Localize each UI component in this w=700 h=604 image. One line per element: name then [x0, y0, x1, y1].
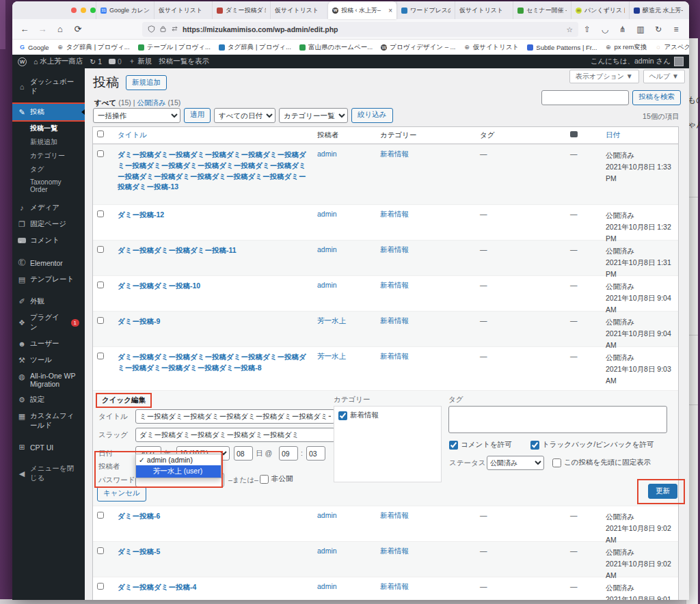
- submenu-item-tags[interactable]: タグ: [12, 163, 85, 176]
- minimize-window-button[interactable]: [81, 8, 86, 13]
- browser-tab[interactable]: 醸造元 水上芳–: [629, 1, 687, 19]
- private-checkbox[interactable]: [260, 475, 269, 484]
- address-bar[interactable]: https://mizukamimiso.com/wp-admin/edit.p…: [142, 22, 578, 37]
- help-button[interactable]: ヘルプ ▼: [643, 70, 685, 83]
- screen-options-button[interactable]: 表示オプション ▼: [569, 70, 639, 83]
- active-browser-tab[interactable]: W投稿 ‹ 水上芳–×: [328, 1, 396, 19]
- browser-tab[interactable]: 仮サイトリスト: [270, 1, 328, 19]
- comments-menu[interactable]: 0: [109, 57, 122, 66]
- post-category-link[interactable]: 新着情報: [380, 511, 409, 519]
- submenu-item-taxonomy-order[interactable]: Taxonomy Order: [12, 176, 85, 195]
- submenu-item-add-new[interactable]: 新規追加: [12, 135, 85, 149]
- collapse-menu-button[interactable]: ◀メニューを閉じる: [12, 461, 85, 486]
- updates-menu[interactable]: ↻1: [90, 57, 102, 66]
- browser-tab[interactable]: セミナー開催 –: [513, 1, 571, 19]
- post-category-link[interactable]: 新着情報: [380, 281, 409, 289]
- sidebar-item-settings[interactable]: ⚙設定: [12, 392, 85, 408]
- bookmark-star-icon[interactable]: ☆: [567, 25, 573, 33]
- post-title-link[interactable]: ダミー投稿-6: [118, 511, 309, 522]
- post-title-link[interactable]: ダミー投稿ダミー投稿ダミー投稿ダミー投稿ダミー投稿ダミー投稿ダミー投稿ダミー投稿…: [118, 150, 309, 193]
- library-icon[interactable]: ⋔: [618, 25, 628, 34]
- search-input[interactable]: [541, 90, 629, 105]
- column-title[interactable]: タイトル: [113, 127, 313, 143]
- post-category-link[interactable]: 新着情報: [380, 352, 409, 360]
- sidebar-item-templates[interactable]: ▤テンプレート: [12, 271, 85, 288]
- post-author-link[interactable]: 芳一水上: [317, 352, 346, 360]
- new-tab-button[interactable]: +: [687, 1, 689, 19]
- sidebar-item-cpt-ui[interactable]: ⊞CPT UI: [12, 439, 85, 455]
- select-all-checkbox[interactable]: [97, 131, 104, 137]
- permissions-icon[interactable]: [171, 25, 178, 33]
- post-title-link[interactable]: ダミー投稿ダミー投稿ダミー投稿-11: [118, 245, 309, 256]
- filter-button[interactable]: 絞り込み: [351, 108, 393, 123]
- sidebar-item-elementor[interactable]: ⒺElementor: [12, 254, 85, 271]
- save-to-pocket-icon[interactable]: ⇧: [582, 25, 592, 34]
- view-all-link[interactable]: すべて: [94, 98, 116, 107]
- lock-icon[interactable]: [159, 25, 167, 33]
- post-category-link[interactable]: 新着情報: [380, 316, 409, 325]
- post-title-link[interactable]: ダミー投稿-9: [118, 316, 309, 327]
- bookmark-item[interactable]: Wプロヴィデザイン – ...: [381, 43, 455, 52]
- bulk-actions-select[interactable]: 一括操作: [93, 108, 180, 123]
- sidebar-item-tools[interactable]: ⚒ツール: [12, 352, 85, 368]
- add-new-button[interactable]: 新規追加: [126, 75, 167, 90]
- cancel-button[interactable]: キャンセル: [97, 486, 146, 502]
- post-category-link[interactable]: 新着情報: [380, 150, 409, 158]
- post-category-link[interactable]: 新着情報: [380, 245, 409, 253]
- row-checkbox[interactable]: [97, 282, 104, 288]
- submenu-item-categories[interactable]: カテゴリー: [12, 149, 85, 163]
- post-title-link[interactable]: ダミー投稿-12: [118, 210, 309, 221]
- view-published-link[interactable]: 公開済み: [137, 98, 165, 107]
- slug-input[interactable]: [135, 428, 335, 442]
- tags-textarea[interactable]: [448, 406, 667, 433]
- status-select[interactable]: 公開済み: [487, 456, 544, 470]
- forward-button[interactable]: →: [36, 24, 49, 34]
- bookmark-item[interactable]: テーブル | プロヴィ...: [138, 43, 211, 52]
- submenu-item-all-posts[interactable]: 投稿一覧: [12, 122, 85, 135]
- zoom-window-button[interactable]: [90, 8, 96, 13]
- sidebar-item-users[interactable]: ☻ユーザー: [12, 335, 85, 352]
- post-title-link[interactable]: ダミー投稿-5: [118, 547, 309, 558]
- bookmark-item[interactable]: ⊕px rem変換: [605, 43, 647, 52]
- title-input[interactable]: [135, 409, 335, 424]
- post-author-link[interactable]: admin: [317, 281, 337, 289]
- back-button[interactable]: ←: [18, 24, 31, 34]
- sidebar-item-posts[interactable]: ✎投稿: [12, 104, 85, 120]
- post-author-link[interactable]: 芳一水上: [317, 316, 346, 325]
- sidebar-item-dashboard[interactable]: ⌂ダッシュボード: [12, 74, 85, 100]
- wp-logo-menu[interactable]: W: [18, 57, 27, 66]
- apply-button[interactable]: 適用: [184, 108, 211, 123]
- category-filter-select[interactable]: カテゴリー一覧: [279, 108, 348, 123]
- row-checkbox[interactable]: [97, 583, 104, 590]
- post-category-link[interactable]: 新着情報: [380, 582, 409, 590]
- shield-icon[interactable]: [148, 25, 155, 33]
- post-author-link[interactable]: admin: [317, 245, 337, 253]
- row-checkbox[interactable]: [97, 547, 104, 554]
- bookmark-item[interactable]: ◌アスペクト比計算ツ...: [655, 43, 689, 52]
- post-category-link[interactable]: 新着情報: [380, 547, 409, 555]
- sidebar-item-comments[interactable]: コメント: [12, 232, 85, 249]
- browser-tab[interactable]: ダミー投稿ダミ–: [212, 1, 270, 19]
- sidebar-item-media[interactable]: ♪メディア: [12, 200, 85, 216]
- row-checkbox[interactable]: [97, 210, 104, 217]
- row-checkbox[interactable]: [97, 512, 104, 519]
- bookmark-item[interactable]: タグ辞典 | プロヴィ...: [219, 43, 291, 52]
- post-author-link[interactable]: admin: [317, 582, 337, 590]
- sidebar-item-migration[interactable]: ◍All-in-One WP Migration: [12, 368, 85, 392]
- post-author-link[interactable]: admin: [317, 511, 337, 519]
- post-author-link[interactable]: admin: [317, 547, 337, 555]
- history-icon[interactable]: ↻: [654, 25, 663, 34]
- hour-input[interactable]: [279, 446, 298, 461]
- bookmark-item[interactable]: ⊕タグ辞典 | プロヴィ...: [57, 43, 130, 52]
- post-author-link[interactable]: admin: [317, 210, 337, 218]
- close-tab-icon[interactable]: ×: [388, 7, 392, 14]
- sidebar-item-pages[interactable]: ❐固定ページ: [12, 216, 85, 232]
- account-menu[interactable]: こんにちは、admin さん: [591, 57, 684, 66]
- bookmark-item[interactable]: GGoogle: [19, 44, 49, 51]
- allow-comments-checkbox[interactable]: [449, 441, 458, 450]
- post-category-link[interactable]: 新着情報: [380, 210, 409, 218]
- allow-pings-checkbox[interactable]: [530, 441, 539, 450]
- home-button[interactable]: ⌂: [53, 24, 67, 34]
- post-title-link[interactable]: ダミー投稿ダミー投稿ダミー投稿ダミー投稿ダミー投稿ダミー投稿ダミー投稿ダミー投稿…: [118, 352, 309, 374]
- column-date[interactable]: 日付: [602, 127, 678, 143]
